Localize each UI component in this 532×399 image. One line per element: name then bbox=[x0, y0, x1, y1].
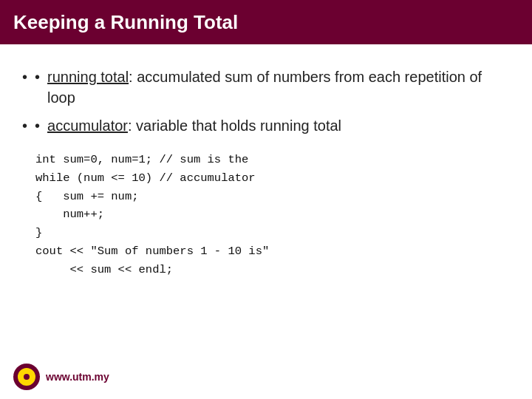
logo-inner-circle bbox=[16, 366, 37, 387]
list-item-accumulator: • accumulator: variable that holds runni… bbox=[22, 115, 510, 136]
bullet-symbol: • bbox=[35, 66, 40, 87]
code-line-1: int sum=0, num=1; // sum is the bbox=[35, 151, 510, 169]
code-line-5: } bbox=[35, 224, 510, 242]
term-accumulator: accumulator bbox=[47, 117, 128, 134]
list-item-running-total: • running total: accumulated sum of numb… bbox=[22, 66, 510, 108]
bullet-text-1: running total: accumulated sum of number… bbox=[47, 66, 510, 108]
footer: www.utm.my bbox=[0, 364, 532, 390]
bullet-text-2: accumulator: variable that holds running… bbox=[47, 115, 341, 136]
header-bar: Keeping a Running Total bbox=[0, 0, 532, 44]
content-area: • running total: accumulated sum of numb… bbox=[0, 44, 532, 294]
code-block: int sum=0, num=1; // sum is the while (n… bbox=[35, 151, 510, 279]
bullet-symbol-2: • bbox=[35, 115, 40, 136]
code-line-3: { sum += num; bbox=[35, 188, 510, 206]
footer-url: www.utm.my bbox=[46, 371, 109, 383]
term-running-total: running total bbox=[47, 69, 129, 85]
utm-logo bbox=[13, 364, 40, 390]
bullet-list: • running total: accumulated sum of numb… bbox=[22, 66, 510, 136]
code-line-2: while (num <= 10) // accumulator bbox=[35, 169, 510, 188]
code-line-7: << sum << endl; bbox=[35, 261, 510, 279]
page-title: Keeping a Running Total bbox=[13, 11, 238, 34]
code-line-6: cout << "Sum of numbers 1 - 10 is" bbox=[35, 242, 510, 261]
logo-dot bbox=[24, 374, 30, 380]
bullet-rest-2: : variable that holds running total bbox=[128, 117, 341, 134]
code-line-4: num++; bbox=[35, 205, 510, 224]
